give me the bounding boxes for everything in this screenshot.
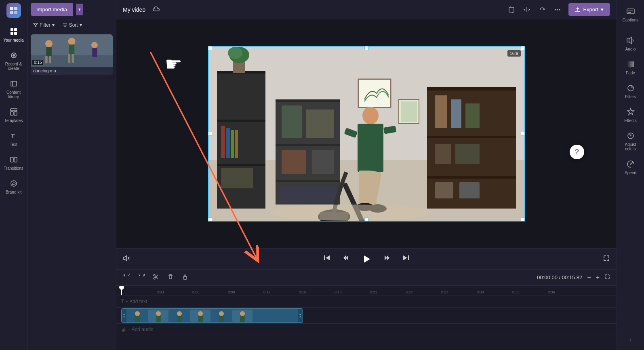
svg-rect-62 — [231, 130, 234, 158]
export-button[interactable]: Export ▾ — [568, 3, 610, 16]
filters-icon — [626, 83, 636, 93]
sidebar-item-templates[interactable]: Templates — [2, 104, 26, 126]
rotate-icon — [539, 6, 546, 13]
svg-point-116 — [240, 311, 245, 316]
right-panel-effects[interactable]: Effects — [619, 104, 643, 126]
sidebar-item-transitions[interactable]: Transitions — [2, 152, 26, 174]
undo-button[interactable] — [121, 272, 133, 283]
svg-rect-33 — [92, 48, 97, 57]
right-panel-adjust-colors[interactable]: Adjust colors — [619, 128, 643, 154]
import-media-button[interactable]: Import media — [31, 3, 73, 16]
svg-rect-43 — [427, 87, 516, 91]
fit-timeline-button[interactable] — [603, 273, 612, 282]
redo-button[interactable] — [136, 272, 147, 283]
lock-button[interactable] — [179, 272, 191, 283]
right-panel-audio[interactable]: Audio — [619, 32, 643, 55]
text-icon: T — [9, 131, 19, 141]
svg-rect-73 — [280, 186, 336, 202]
right-panel-label: Audio — [625, 47, 636, 51]
music-note-icon — [121, 327, 126, 332]
handle-mid-left[interactable] — [208, 132, 212, 136]
sidebar-item-text[interactable]: T Text — [2, 128, 26, 150]
clip-right-handle[interactable] — [298, 309, 303, 323]
cut-button[interactable] — [150, 272, 162, 283]
top-bar: My video Export ▾ — [116, 0, 617, 19]
sidebar-item-label: Your media — [3, 38, 23, 42]
effects-icon — [626, 107, 636, 117]
ruler-mark: 0:36 — [548, 290, 555, 294]
handle-top-mid[interactable] — [364, 46, 368, 50]
add-text-track[interactable]: T + Add text — [121, 299, 147, 304]
handle-top-left[interactable] — [208, 46, 212, 50]
timeline-ruler: 0:03 0:06 0:09 0:12 0:15 0:18 0:21 0:24 … — [116, 286, 617, 295]
right-panel-captions[interactable]: Captions — [619, 3, 643, 25]
handle-bottom-mid[interactable] — [364, 217, 368, 221]
more-options-button[interactable] — [551, 4, 564, 16]
svg-rect-47 — [451, 99, 461, 128]
sidebar-item-label: Brand kit — [6, 190, 21, 194]
sidebar-item-record-create[interactable]: Record & create — [2, 47, 26, 74]
right-panel-speed[interactable]: Speed — [619, 156, 643, 178]
skip-forward-button[interactable] — [400, 251, 412, 266]
forward-button[interactable] — [380, 251, 393, 266]
mute-button[interactable] — [123, 255, 130, 264]
svg-point-119 — [300, 316, 301, 318]
library-icon — [9, 79, 19, 89]
sort-button[interactable]: Sort ▾ — [60, 21, 84, 30]
svg-point-134 — [630, 164, 631, 165]
svg-point-107 — [177, 311, 182, 316]
svg-rect-117 — [240, 316, 245, 322]
clip-left-handle[interactable] — [122, 309, 126, 323]
svg-rect-88 — [401, 101, 417, 122]
svg-rect-25 — [46, 47, 52, 57]
svg-point-101 — [135, 311, 140, 316]
svg-point-86 — [269, 205, 431, 221]
import-media-arrow-button[interactable]: ▾ — [76, 4, 83, 15]
sidebar-item-your-media[interactable]: Your media — [2, 23, 26, 46]
help-button[interactable]: ? — [570, 145, 584, 159]
right-panel-fade[interactable]: Fade — [619, 56, 643, 78]
add-audio-track[interactable]: + Add audio — [121, 327, 154, 332]
zoom-controls: − + — [585, 273, 612, 282]
rotate-button[interactable] — [536, 4, 548, 16]
redo-icon — [138, 274, 145, 280]
cloud-save-button[interactable] — [150, 4, 162, 16]
handle-dots-right-icon — [299, 312, 301, 319]
play-button[interactable] — [359, 252, 374, 266]
svg-rect-97 — [183, 276, 187, 279]
grid-icon — [9, 27, 19, 36]
right-panel-collapse-button[interactable]: ‹ — [626, 333, 635, 347]
svg-rect-127 — [627, 39, 629, 42]
ruler-mark: 0:18 — [335, 290, 342, 294]
playback-bar — [116, 248, 617, 269]
svg-rect-45 — [427, 176, 516, 179]
zoom-out-button[interactable]: − — [585, 273, 592, 282]
zoom-in-button[interactable]: + — [594, 273, 601, 282]
project-name: My video — [123, 6, 145, 13]
playhead[interactable] — [121, 286, 122, 295]
skip-back-button[interactable] — [320, 251, 333, 266]
svg-rect-124 — [627, 9, 634, 14]
handle-top-right[interactable] — [521, 46, 525, 50]
captions-icon — [626, 6, 636, 16]
rewind-button[interactable] — [340, 251, 353, 266]
svg-point-32 — [91, 42, 98, 48]
sidebar-item-brand-kit[interactable]: Brand kit — [2, 175, 26, 198]
filter-button[interactable]: Filter ▾ — [31, 21, 57, 30]
sidebar-item-content-library[interactable]: Content library — [2, 76, 26, 102]
svg-rect-1 — [14, 7, 17, 10]
handle-bottom-right[interactable] — [521, 217, 525, 221]
frame-6 — [232, 310, 253, 322]
handle-bottom-left[interactable] — [208, 217, 212, 221]
svg-point-121 — [123, 330, 124, 331]
svg-rect-12 — [11, 109, 17, 111]
svg-rect-0 — [10, 7, 13, 10]
flip-button[interactable] — [521, 4, 533, 16]
handle-mid-right[interactable] — [521, 132, 525, 136]
delete-button[interactable] — [165, 272, 176, 283]
fullscreen-button[interactable] — [603, 255, 610, 264]
right-panel-filters[interactable]: Filters — [619, 80, 643, 102]
video-clip[interactable] — [121, 308, 303, 323]
crop-button[interactable] — [505, 4, 518, 16]
media-thumbnail[interactable]: 0:15 dancing ma... — [31, 34, 113, 75]
